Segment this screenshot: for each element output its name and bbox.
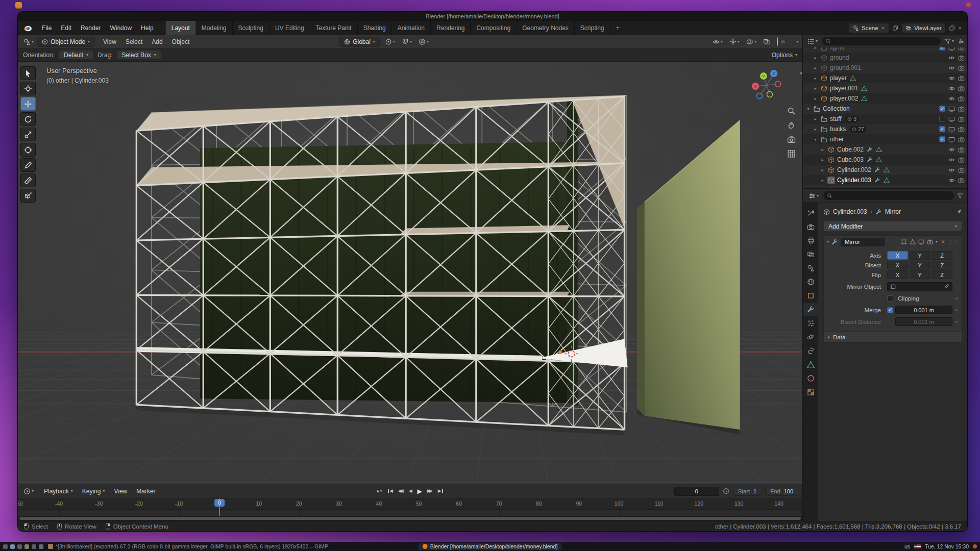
- collection-exclude-checkbox[interactable]: [939, 106, 945, 112]
- add-cube-tool-button[interactable]: [20, 189, 36, 203]
- properties-filter-icon[interactable]: [957, 193, 963, 199]
- expand-panel-icon[interactable]: ▾: [827, 240, 829, 244]
- disclosure-toggle[interactable]: ▸: [813, 47, 818, 50]
- timeline-editor-type-button[interactable]: ▾: [22, 487, 35, 496]
- outliner-row-cube-002[interactable]: ▸Cube.002: [803, 144, 967, 155]
- eyedropper-icon[interactable]: [943, 284, 949, 290]
- disable-in-renders-icon[interactable]: [958, 167, 965, 173]
- prev-keyframe-button[interactable]: ◀◀: [396, 487, 406, 495]
- 3d-viewport[interactable]: User Perspective (0) other | Cylinder.00…: [18, 62, 802, 484]
- auto-keying-button[interactable]: ●▾: [375, 488, 383, 495]
- keyboard-layout-indicator[interactable]: us: [904, 543, 910, 549]
- shading-solid-button[interactable]: [781, 40, 785, 43]
- outliner-filter-button[interactable]: ▾: [943, 37, 955, 45]
- options-dropdown[interactable]: Options▾: [772, 52, 797, 59]
- display-realtime-icon[interactable]: [918, 239, 924, 245]
- workspace-tab-scripting[interactable]: Scripting: [575, 21, 610, 35]
- flip-z-button[interactable]: Z: [932, 270, 952, 279]
- new-view-layer-icon[interactable]: [949, 25, 955, 31]
- disable-in-renders-icon[interactable]: [958, 146, 965, 153]
- disable-in-renders-icon[interactable]: [958, 126, 965, 133]
- workspace-tab-layout[interactable]: Layout: [165, 21, 196, 35]
- timeline-tracks[interactable]: [18, 510, 802, 516]
- disable-in-viewports-icon[interactable]: [948, 116, 955, 122]
- properties-tab-modifiers[interactable]: [803, 303, 818, 316]
- menu-file[interactable]: File: [37, 22, 56, 34]
- disclosure-toggle[interactable]: ▸: [813, 76, 818, 81]
- xray-toggle[interactable]: [762, 37, 772, 46]
- workspace-tab-compositing[interactable]: Compositing: [471, 21, 517, 35]
- disable-in-renders-icon[interactable]: [958, 55, 965, 61]
- axis-y-button[interactable]: Y: [910, 251, 930, 260]
- axis-z-button[interactable]: Z: [932, 251, 952, 260]
- new-scene-icon[interactable]: [892, 25, 898, 31]
- camera-viewport-button[interactable]: [787, 135, 796, 144]
- jump-start-button[interactable]: ◀: [385, 487, 395, 495]
- orientation-setting-dropdown[interactable]: Default▾: [59, 50, 93, 60]
- timeline-scrollbar-thumb[interactable]: [19, 517, 801, 520]
- outliner-row-cylinder-004[interactable]: ▸Cylinder.004: [803, 185, 967, 188]
- workspace-tab-rendering[interactable]: Rendering: [431, 21, 471, 35]
- drag-handle-icon[interactable]: ⋮⋮: [948, 239, 959, 244]
- disable-in-renders-icon[interactable]: [958, 65, 965, 71]
- disclosure-toggle[interactable]: ▸: [820, 158, 825, 162]
- outliner-row-stuff[interactable]: ▸stuff3: [803, 114, 967, 124]
- workspace-tab-uv-editing[interactable]: UV Editing: [270, 21, 310, 35]
- modifier-extras-icon[interactable]: ▾: [936, 240, 938, 244]
- disable-in-viewports-icon[interactable]: [948, 136, 955, 143]
- play-button[interactable]: ▶: [415, 487, 424, 496]
- axis-x-button[interactable]: X: [887, 251, 908, 260]
- drag-setting-dropdown[interactable]: Select Box▾: [116, 50, 161, 60]
- tray-notification-icon[interactable]: [973, 544, 977, 548]
- outliner-row-cube-003[interactable]: ▸Cube.003: [803, 155, 967, 165]
- outliner-row-collection[interactable]: ▾Collection: [803, 104, 967, 114]
- taskbar-window-button[interactable]: [10, 544, 15, 549]
- rotate-tool-button[interactable]: [20, 112, 36, 126]
- properties-tab-material[interactable]: [803, 372, 818, 385]
- properties-tab-texture[interactable]: [803, 386, 818, 398]
- disable-in-viewports-icon[interactable]: [948, 106, 955, 112]
- play-reverse-button[interactable]: ◀: [407, 487, 414, 495]
- animate-dot-icon[interactable]: [955, 297, 958, 299]
- disable-in-renders-icon[interactable]: [958, 75, 965, 82]
- bisect-z-button[interactable]: Z: [932, 261, 952, 269]
- scene-selector[interactable]: Scene ×: [849, 23, 889, 33]
- menu-help[interactable]: Help: [136, 22, 158, 34]
- navigation-gizmo[interactable]: XYZ: [749, 67, 784, 102]
- viewport-menu-object[interactable]: Object: [167, 36, 194, 47]
- unlink-scene-icon[interactable]: ×: [881, 25, 885, 31]
- modifier-name-field[interactable]: Mirror: [841, 238, 885, 246]
- current-frame-field[interactable]: 0: [674, 487, 719, 496]
- outliner-editor-type-button[interactable]: ▾: [806, 37, 819, 46]
- collection-exclude-checkbox[interactable]: [939, 47, 945, 51]
- taskbar-window-button[interactable]: [39, 544, 43, 549]
- ortho-viewport-button[interactable]: [787, 149, 796, 158]
- move-tool-button[interactable]: [20, 97, 36, 111]
- outliner-row-player-001[interactable]: ▸player.001: [803, 83, 967, 93]
- outliner-row-cylinder-002[interactable]: ▸Cylinder.002: [803, 165, 967, 175]
- playhead-frame-badge[interactable]: 0: [214, 499, 225, 507]
- orientation-dropdown[interactable]: Global▾: [339, 37, 380, 47]
- disable-in-renders-icon[interactable]: [958, 177, 965, 184]
- delete-modifier-button[interactable]: ×: [940, 238, 946, 245]
- outliner-row-lights[interactable]: ▸lights: [803, 47, 967, 53]
- menu-render[interactable]: Render: [76, 22, 105, 34]
- properties-search-input[interactable]: [823, 191, 954, 200]
- properties-tab-data[interactable]: [803, 358, 818, 371]
- gizmos-dropdown-icon[interactable]: ▾: [738, 40, 740, 44]
- workspace-tab-sculpting[interactable]: Sculpting: [233, 21, 270, 35]
- merge-threshold-field[interactable]: 0.001 m: [895, 306, 952, 314]
- zoom-viewport-button[interactable]: [787, 107, 796, 115]
- breadcrumb-modifier-name[interactable]: Mirror: [885, 208, 901, 215]
- mirror-object-field[interactable]: [887, 282, 952, 291]
- pivot-point-dropdown[interactable]: ▾: [383, 37, 397, 46]
- taskbar-window-button[interactable]: [24, 544, 29, 549]
- disable-in-renders-icon[interactable]: [958, 136, 965, 143]
- visibility-dropdown-icon[interactable]: ▾: [721, 40, 723, 44]
- disable-in-renders-icon[interactable]: [958, 95, 965, 102]
- disclosure-toggle[interactable]: ▸: [820, 178, 825, 183]
- collection-exclude-checkbox[interactable]: [939, 116, 945, 122]
- flip-x-button[interactable]: X: [887, 270, 908, 279]
- snap-toggle[interactable]: ▾: [400, 37, 413, 46]
- properties-tab-physics[interactable]: [803, 331, 818, 343]
